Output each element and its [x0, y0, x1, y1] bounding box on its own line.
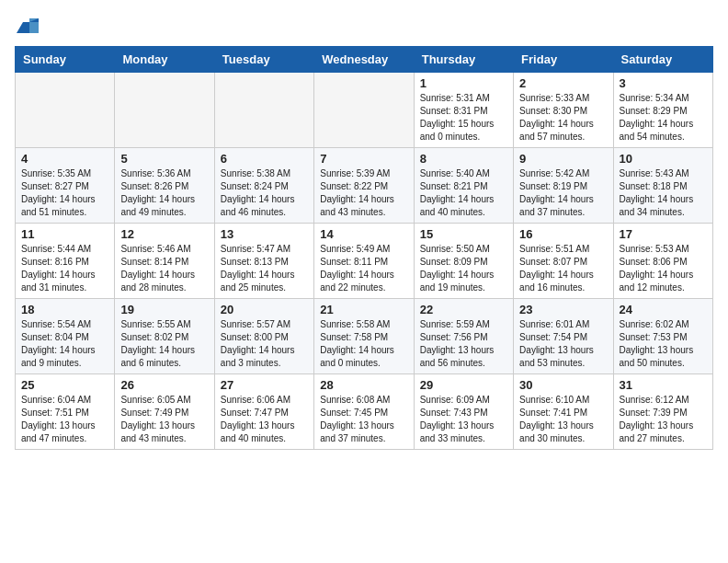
weekday-header-saturday: Saturday	[613, 47, 712, 73]
day-info: Sunrise: 5:46 AM Sunset: 8:14 PM Dayligh…	[120, 243, 208, 294]
day-number: 5	[120, 152, 208, 166]
calendar-cell: 6Sunrise: 5:38 AM Sunset: 8:24 PM Daylig…	[214, 148, 313, 224]
day-info: Sunrise: 6:10 AM Sunset: 7:41 PM Dayligh…	[519, 394, 607, 445]
calendar-cell: 20Sunrise: 5:57 AM Sunset: 8:00 PM Dayli…	[214, 299, 313, 374]
calendar-cell	[214, 73, 313, 148]
calendar-cell: 15Sunrise: 5:50 AM Sunset: 8:09 PM Dayli…	[414, 224, 513, 299]
day-info: Sunrise: 5:34 AM Sunset: 8:29 PM Dayligh…	[620, 92, 707, 144]
day-info: Sunrise: 6:12 AM Sunset: 7:39 PM Dayligh…	[620, 394, 707, 445]
day-number: 4	[21, 152, 108, 166]
calendar-cell: 16Sunrise: 5:51 AM Sunset: 8:07 PM Dayli…	[514, 224, 613, 299]
calendar-cell: 5Sunrise: 5:36 AM Sunset: 8:26 PM Daylig…	[115, 148, 214, 224]
day-number: 8	[420, 152, 507, 166]
page-header	[15, 15, 713, 37]
calendar-week-row: 4Sunrise: 5:35 AM Sunset: 8:27 PM Daylig…	[16, 148, 713, 224]
calendar-cell: 21Sunrise: 5:58 AM Sunset: 7:58 PM Dayli…	[314, 299, 414, 374]
calendar-cell: 27Sunrise: 6:06 AM Sunset: 7:47 PM Dayli…	[214, 374, 313, 450]
calendar-week-row: 25Sunrise: 6:04 AM Sunset: 7:51 PM Dayli…	[16, 374, 713, 450]
day-info: Sunrise: 5:42 AM Sunset: 8:19 PM Dayligh…	[519, 167, 607, 219]
day-info: Sunrise: 5:58 AM Sunset: 7:58 PM Dayligh…	[320, 318, 407, 370]
day-number: 20	[221, 303, 308, 316]
day-info: Sunrise: 6:09 AM Sunset: 7:43 PM Dayligh…	[420, 394, 507, 445]
day-number: 7	[320, 152, 407, 166]
day-info: Sunrise: 5:44 AM Sunset: 8:16 PM Dayligh…	[21, 243, 108, 294]
weekday-header-wednesday: Wednesday	[314, 47, 414, 73]
day-number: 16	[519, 227, 607, 241]
day-number: 13	[221, 227, 308, 241]
day-info: Sunrise: 5:36 AM Sunset: 8:26 PM Dayligh…	[120, 167, 208, 219]
day-info: Sunrise: 5:50 AM Sunset: 8:09 PM Dayligh…	[420, 243, 507, 294]
day-info: Sunrise: 5:55 AM Sunset: 8:02 PM Dayligh…	[120, 318, 208, 370]
calendar-week-row: 11Sunrise: 5:44 AM Sunset: 8:16 PM Dayli…	[16, 224, 713, 299]
day-number: 9	[519, 152, 607, 166]
weekday-header-tuesday: Tuesday	[214, 47, 313, 73]
calendar-table: SundayMondayTuesdayWednesdayThursdayFrid…	[15, 46, 713, 450]
day-number: 11	[21, 227, 108, 241]
day-number: 27	[221, 378, 308, 392]
calendar-week-row: 1Sunrise: 5:31 AM Sunset: 8:31 PM Daylig…	[16, 73, 713, 148]
day-number: 26	[120, 378, 208, 392]
weekday-header-thursday: Thursday	[414, 47, 513, 73]
day-number: 2	[519, 76, 607, 90]
calendar-cell: 22Sunrise: 5:59 AM Sunset: 7:56 PM Dayli…	[414, 299, 513, 374]
day-info: Sunrise: 5:33 AM Sunset: 8:30 PM Dayligh…	[519, 92, 607, 144]
day-number: 23	[519, 303, 607, 316]
weekday-header-monday: Monday	[115, 47, 214, 73]
calendar-cell: 30Sunrise: 6:10 AM Sunset: 7:41 PM Dayli…	[514, 374, 613, 450]
day-number: 29	[420, 378, 507, 392]
day-number: 19	[120, 303, 208, 316]
calendar-cell: 3Sunrise: 5:34 AM Sunset: 8:29 PM Daylig…	[613, 73, 712, 148]
calendar-cell: 2Sunrise: 5:33 AM Sunset: 8:30 PM Daylig…	[514, 73, 613, 148]
day-info: Sunrise: 5:43 AM Sunset: 8:18 PM Dayligh…	[620, 167, 707, 219]
calendar-cell: 11Sunrise: 5:44 AM Sunset: 8:16 PM Dayli…	[16, 224, 115, 299]
day-info: Sunrise: 6:01 AM Sunset: 7:54 PM Dayligh…	[519, 318, 607, 370]
day-info: Sunrise: 6:05 AM Sunset: 7:49 PM Dayligh…	[120, 394, 208, 445]
calendar-cell	[115, 73, 214, 148]
day-number: 28	[320, 378, 407, 392]
day-info: Sunrise: 6:08 AM Sunset: 7:45 PM Dayligh…	[320, 394, 407, 445]
day-info: Sunrise: 5:54 AM Sunset: 8:04 PM Dayligh…	[21, 318, 108, 370]
day-info: Sunrise: 5:49 AM Sunset: 8:11 PM Dayligh…	[320, 243, 407, 294]
weekday-header-sunday: Sunday	[16, 47, 115, 73]
calendar-cell: 12Sunrise: 5:46 AM Sunset: 8:14 PM Dayli…	[115, 224, 214, 299]
day-number: 22	[420, 303, 507, 316]
calendar-cell: 25Sunrise: 6:04 AM Sunset: 7:51 PM Dayli…	[16, 374, 115, 450]
calendar-cell: 14Sunrise: 5:49 AM Sunset: 8:11 PM Dayli…	[314, 224, 414, 299]
calendar-cell: 19Sunrise: 5:55 AM Sunset: 8:02 PM Dayli…	[115, 299, 214, 374]
day-info: Sunrise: 5:47 AM Sunset: 8:13 PM Dayligh…	[221, 243, 308, 294]
day-info: Sunrise: 6:06 AM Sunset: 7:47 PM Dayligh…	[221, 394, 308, 445]
calendar-cell: 10Sunrise: 5:43 AM Sunset: 8:18 PM Dayli…	[613, 148, 712, 224]
calendar-cell: 26Sunrise: 6:05 AM Sunset: 7:49 PM Dayli…	[115, 374, 214, 450]
calendar-cell: 4Sunrise: 5:35 AM Sunset: 8:27 PM Daylig…	[16, 148, 115, 224]
calendar-cell: 24Sunrise: 6:02 AM Sunset: 7:53 PM Dayli…	[613, 299, 712, 374]
calendar-cell: 7Sunrise: 5:39 AM Sunset: 8:22 PM Daylig…	[314, 148, 414, 224]
svg-marker-0	[17, 22, 29, 33]
day-info: Sunrise: 6:04 AM Sunset: 7:51 PM Dayligh…	[21, 394, 108, 445]
day-number: 30	[519, 378, 607, 392]
day-number: 14	[320, 227, 407, 241]
day-number: 24	[620, 303, 707, 316]
logo-icon	[17, 15, 39, 37]
calendar-cell: 31Sunrise: 6:12 AM Sunset: 7:39 PM Dayli…	[613, 374, 712, 450]
day-info: Sunrise: 5:57 AM Sunset: 8:00 PM Dayligh…	[221, 318, 308, 370]
day-number: 21	[320, 303, 407, 316]
logo	[15, 15, 39, 37]
calendar-cell: 17Sunrise: 5:53 AM Sunset: 8:06 PM Dayli…	[613, 224, 712, 299]
calendar-cell	[314, 73, 414, 148]
calendar-cell: 18Sunrise: 5:54 AM Sunset: 8:04 PM Dayli…	[16, 299, 115, 374]
day-number: 17	[620, 227, 707, 241]
day-number: 25	[21, 378, 108, 392]
calendar-cell: 8Sunrise: 5:40 AM Sunset: 8:21 PM Daylig…	[414, 148, 513, 224]
day-number: 18	[21, 303, 108, 316]
day-info: Sunrise: 5:35 AM Sunset: 8:27 PM Dayligh…	[21, 167, 108, 219]
day-number: 3	[620, 76, 707, 90]
day-info: Sunrise: 5:53 AM Sunset: 8:06 PM Dayligh…	[620, 243, 707, 294]
calendar-cell: 23Sunrise: 6:01 AM Sunset: 7:54 PM Dayli…	[514, 299, 613, 374]
calendar-header-row: SundayMondayTuesdayWednesdayThursdayFrid…	[16, 47, 713, 73]
day-info: Sunrise: 5:38 AM Sunset: 8:24 PM Dayligh…	[221, 167, 308, 219]
day-number: 1	[420, 76, 507, 90]
calendar-cell: 28Sunrise: 6:08 AM Sunset: 7:45 PM Dayli…	[314, 374, 414, 450]
day-number: 6	[221, 152, 308, 166]
day-info: Sunrise: 5:59 AM Sunset: 7:56 PM Dayligh…	[420, 318, 507, 370]
day-info: Sunrise: 5:31 AM Sunset: 8:31 PM Dayligh…	[420, 92, 507, 144]
